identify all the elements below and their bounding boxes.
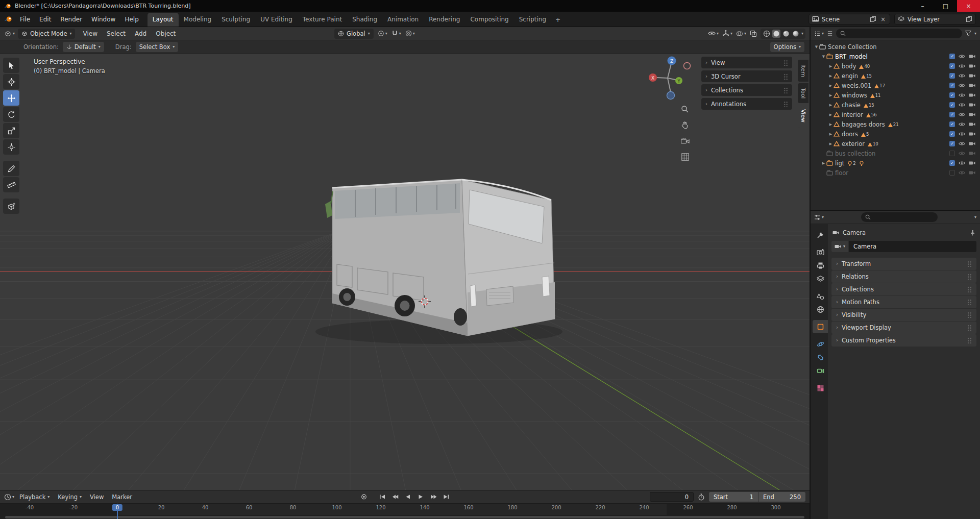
maximize-button[interactable]: □ [934,0,957,12]
sidebar-tab-view[interactable]: View [798,105,808,127]
hide-eye-icon[interactable] [959,83,965,88]
workspace-tab-rendering[interactable]: Rendering [424,13,465,27]
outliner-row[interactable]: ▼BRT_model✓ [811,52,980,61]
menu-edit[interactable]: Edit [35,12,56,27]
disable-render-icon[interactable] [969,103,975,107]
drag-handle[interactable] [967,261,972,267]
outliner-row[interactable]: ▶ligt2✓ [811,158,980,168]
tool-scale-button[interactable] [3,123,19,138]
properties-tab-physics[interactable] [813,337,828,351]
disclosure-right-icon[interactable]: ▶ [828,64,834,68]
id-type-dropdown[interactable]: ▾ [831,241,848,252]
properties-options-caret[interactable]: ▾ [974,215,976,219]
exclude-checkbox[interactable]: ✓ [949,54,955,59]
exclude-checkbox[interactable] [949,151,955,156]
hide-eye-icon[interactable] [959,73,965,78]
disclosure-right-icon[interactable]: ▶ [828,103,834,107]
sidebar-tab-tool[interactable]: Tool [798,83,808,103]
exclude-checkbox[interactable]: ✓ [949,141,955,146]
viewport-menu-object[interactable]: Object [151,30,180,37]
exclude-checkbox[interactable]: ✓ [949,92,955,98]
disclosure-right-icon[interactable]: ▶ [828,93,834,97]
frame-end-field[interactable]: End250 [758,492,805,502]
drag-handle[interactable] [967,286,972,292]
hide-eye-icon[interactable] [959,103,965,107]
scene-selector[interactable]: Scene × [808,14,890,24]
tool-add-cube-button[interactable] [3,199,19,214]
tool-annotate-button[interactable] [3,161,19,176]
properties-tab-texture[interactable] [813,381,828,394]
section-transform[interactable]: ›Transform [831,258,976,270]
workspace-tab-animation[interactable]: Animation [382,13,424,27]
properties-tab-object[interactable] [813,320,828,333]
drag-handle[interactable] [967,274,972,280]
disclosure-right-icon[interactable]: ▶ [828,142,834,146]
drag-handle[interactable] [783,73,788,80]
play-reverse-button[interactable] [402,492,413,502]
section-relations[interactable]: ›Relations [831,270,976,283]
solid-shading-button[interactable] [772,30,780,38]
workspace-tab-uv-editing[interactable]: UV Editing [255,13,298,27]
blender-menu-button[interactable] [3,12,15,27]
jump-to-end-button[interactable] [440,492,452,502]
close-button[interactable]: × [957,0,980,12]
drag-handle[interactable] [967,299,972,305]
properties-tab-constraints[interactable] [813,351,828,364]
drag-handle[interactable] [967,312,972,318]
workspace-tab-compositing[interactable]: Compositing [465,13,513,27]
npanel-section-annotations[interactable]: ›Annotations [701,98,792,110]
play-button[interactable] [415,492,426,502]
disable-render-icon[interactable] [969,93,975,97]
view-layer-selector[interactable]: View Layer [894,14,976,24]
hide-eye-icon[interactable] [959,122,965,127]
workspace-tab-sculpting[interactable]: Sculpting [216,13,255,27]
section-collections[interactable]: ›Collections [831,283,976,295]
outliner-row[interactable]: ▶exterior10✓ [811,139,980,149]
outliner-row[interactable]: ▶windows11✓ [811,90,980,100]
outliner-row[interactable]: ▶weels.00117✓ [811,81,980,90]
disable-render-icon[interactable] [969,151,975,156]
properties-tab-view-layer[interactable] [813,272,828,285]
menu-file[interactable]: File [15,12,35,27]
hide-eye-icon[interactable] [959,132,965,136]
outliner-row[interactable]: ▶engin15✓ [811,71,980,81]
disclosure-down-icon[interactable]: ▼ [814,45,819,49]
options-dropdown[interactable]: Options▾ [770,42,804,52]
menu-help[interactable]: Help [120,12,143,27]
filter-caret[interactable]: ▾ [974,32,976,36]
exclude-checkbox[interactable]: ✓ [949,131,955,137]
playhead-frame-badge[interactable]: 0 [112,504,122,511]
drag-handle[interactable] [967,337,972,343]
workspace-tab-scripting[interactable]: Scripting [514,13,551,27]
exclude-checkbox[interactable]: ✓ [949,63,955,69]
disable-render-icon[interactable] [969,122,975,127]
workspace-tab-layout[interactable]: Layout [148,13,179,27]
zoom-button[interactable] [679,104,691,115]
xray-toggle[interactable] [750,30,757,37]
camera-view-button[interactable] [679,135,691,146]
auto-keyframe-toggle[interactable] [358,492,370,502]
timeline-ruler[interactable]: 0 -40-2002040608010012014016018020022024… [0,503,810,519]
properties-tab-world[interactable] [813,303,828,316]
breadcrumb-object-name[interactable]: Camera [843,229,866,236]
snap-magnet-dropdown[interactable]: ▾ [391,30,401,37]
viewport-menu-select[interactable]: Select [102,30,130,37]
disclosure-right-icon[interactable]: ▶ [828,84,834,88]
transform-orientation-dropdown[interactable]: Global▾ [334,29,374,39]
disable-render-icon[interactable] [969,132,975,136]
shading-options-caret[interactable]: ▾ [801,32,803,36]
disclosure-right-icon[interactable]: ▶ [828,113,834,117]
disable-render-icon[interactable] [969,83,975,88]
properties-tab-scene[interactable] [813,289,828,303]
viewport-3d[interactable]: User Perspective (0) BRT_model | Camera … [0,54,810,490]
rendered-shading-button[interactable] [792,30,800,38]
outliner-editor-type-button[interactable]: ▾ [814,31,824,37]
wireframe-shading-button[interactable] [763,30,771,38]
disclosure-right-icon[interactable]: ▶ [828,132,834,136]
next-keyframe-button[interactable] [428,492,439,502]
disclosure-down-icon[interactable]: ▼ [821,55,826,59]
timeline-menu-keying[interactable]: Keying▾ [54,493,86,501]
filter-icon[interactable] [965,31,971,36]
disclosure-right-icon[interactable]: ▶ [828,74,834,78]
editor-type-button[interactable]: ▾ [4,30,15,37]
